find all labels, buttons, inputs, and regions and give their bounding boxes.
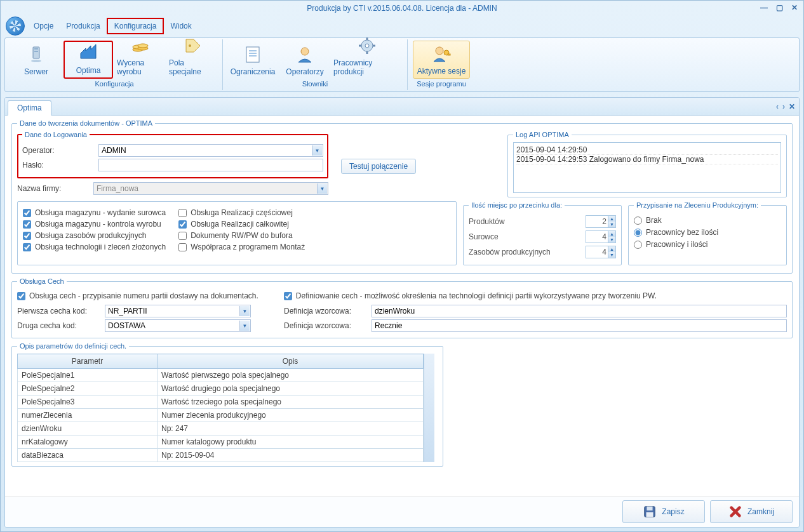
btn-zamknij-label: Zamknij xyxy=(747,507,774,516)
main-window: Produkcja by CTI v.2015.06.04.08. Licenc… xyxy=(0,0,804,532)
combo-pierwsza-cecha[interactable]: ▼ xyxy=(105,305,251,317)
chevron-down-icon[interactable]: ▼ xyxy=(312,145,322,156)
table-row[interactable]: PoleSpecjalne1Wartość pierwszego pola sp… xyxy=(18,369,424,382)
spinner-zasoby[interactable]: 4▲▼ xyxy=(586,246,616,258)
ribbon-wycena-label: Wycena wyrobu xyxy=(117,58,164,76)
table-row[interactable]: PoleSpecjalne2Wartość drugiego pola spec… xyxy=(18,382,424,396)
col-opis[interactable]: Opis xyxy=(157,354,424,369)
svg-rect-2 xyxy=(34,51,38,52)
list-icon xyxy=(243,44,263,65)
txt-def-wzorcowa1[interactable] xyxy=(372,305,787,317)
nazwa-firmy-input[interactable] xyxy=(94,183,328,194)
svg-point-13 xyxy=(301,48,309,55)
minimize-button[interactable]: — xyxy=(759,3,769,12)
tab-next[interactable]: › xyxy=(782,102,785,111)
svg-point-15 xyxy=(365,44,369,48)
svg-rect-1 xyxy=(34,48,38,50)
user-icon xyxy=(295,44,315,65)
svg-point-20 xyxy=(436,47,443,55)
ribbon: Serwer Optima Wycena wyrobu xyxy=(4,37,800,92)
ribbon-wycena[interactable]: Wycena wyrobu xyxy=(116,41,165,79)
menu-opcje[interactable]: Opcje xyxy=(27,19,60,33)
ribbon-group1-label: Konfiguracja xyxy=(95,79,133,89)
fs-cech-legend: Obsługa Cech xyxy=(17,277,67,285)
fs-opis-parametrow: Opis parametrów do definicji cech. Param… xyxy=(11,342,443,467)
combo-operator[interactable]: ▼ xyxy=(98,144,323,157)
ribbon-operatorzy[interactable]: Operatorzy xyxy=(280,41,330,79)
chk-technologie[interactable]: Obsługa technologii i zleceń złożonych xyxy=(23,243,166,251)
btn-testuj-polaczenie[interactable]: Testuj połączenie xyxy=(341,159,416,174)
optima-icon xyxy=(78,43,98,63)
chk-realizacja-calkowita[interactable]: Obsługa Realizacji całkowitej xyxy=(178,220,305,229)
maximize-button[interactable]: ▢ xyxy=(774,3,784,12)
radio-pracownicy-bez[interactable]: Pracownicy bez ilości xyxy=(634,228,781,237)
chk-realizacja-czesciowa[interactable]: Obsługa Realizacji częściowej xyxy=(178,208,305,217)
ribbon-serwer[interactable]: Serwer xyxy=(11,41,61,79)
params-table: Parametr Opis PoleSpecjalne1Wartość pier… xyxy=(17,354,424,462)
fs-opis-legend: Opis parametrów do definicji cech. xyxy=(17,342,129,350)
btn-zapisz[interactable]: Zapisz xyxy=(622,500,705,523)
fs-obsluga: Obsługa magazynu - wydanie surowca Obsłu… xyxy=(17,201,457,265)
col-parametr[interactable]: Parametr xyxy=(18,354,157,369)
table-row[interactable]: numerZleceniaNumer zlecenia produkcyjneg… xyxy=(18,409,424,422)
chevron-down-icon[interactable]: ▼ xyxy=(317,183,327,194)
log-line: 2015-09-04 14:29:53 Zalogowano do firmy … xyxy=(516,155,778,164)
gear-icon xyxy=(357,36,377,56)
fs-obsluga-cech: Obsługa Cech Obsługa cech - przypisanie … xyxy=(11,277,793,338)
lbl-def-wzorcowa2: Definicja wzorcowa: xyxy=(284,321,366,330)
table-row[interactable]: PoleSpecjalne3Wartość trzeciego pola spe… xyxy=(18,396,424,409)
close-button[interactable]: ✕ xyxy=(789,3,800,12)
svg-rect-25 xyxy=(647,512,653,517)
spinner-produkty[interactable]: 2▲▼ xyxy=(586,215,616,228)
chevron-down-icon[interactable]: ▼ xyxy=(239,321,250,331)
combo-druga-cecha[interactable]: ▼ xyxy=(105,319,251,332)
server-icon xyxy=(26,44,46,65)
save-icon xyxy=(643,505,657,519)
ribbon-ograniczenia-label: Ograniczenia xyxy=(231,67,276,76)
menu-widok[interactable]: Widok xyxy=(164,19,198,33)
radio-brak[interactable]: Brak xyxy=(634,216,781,225)
table-row[interactable]: dataBiezacaNp: 2015-09-04 xyxy=(18,449,424,462)
tab-close[interactable]: ✕ xyxy=(789,102,795,111)
chk-zasoby[interactable]: Obsługa zasobów produkcyjnych xyxy=(23,231,166,240)
btn-zamknij[interactable]: Zamknij xyxy=(710,500,793,523)
chk-obsluga-cech[interactable]: Obsługa cech - przypisanie numeru partii… xyxy=(17,291,258,300)
btn-zapisz-label: Zapisz xyxy=(662,507,684,516)
chk-magazyn-kontrola[interactable]: Obsługa magazynu - kontrola wyrobu xyxy=(23,220,166,229)
svg-point-8 xyxy=(189,44,191,47)
table-row[interactable]: dzienWrokuNp: 247 xyxy=(18,422,424,436)
chevron-down-icon[interactable]: ▼ xyxy=(239,306,250,316)
tab-optima[interactable]: Optima xyxy=(8,100,51,116)
ribbon-sesje[interactable]: Aktywne sesje xyxy=(413,41,470,79)
table-row[interactable]: nrKatalogowyNumer katalogowy produktu xyxy=(18,436,424,449)
ribbon-optima[interactable]: Optima xyxy=(64,41,113,79)
scrollbar[interactable] xyxy=(424,354,434,462)
chk-rw-pw-bufor[interactable]: Dokumenty RW/PW do bufora xyxy=(178,231,305,240)
password-field[interactable] xyxy=(98,159,323,171)
operator-input[interactable] xyxy=(99,145,323,156)
password-input[interactable] xyxy=(99,159,323,171)
ribbon-ograniczenia[interactable]: Ograniczenia xyxy=(228,41,278,79)
ribbon-pracownicy[interactable]: Pracownicy produkcji xyxy=(332,41,402,79)
log-content: 2015-09-04 14:29:50 2015-09-04 14:29:53 … xyxy=(513,142,781,193)
app-icon[interactable] xyxy=(3,16,27,36)
ribbon-serwer-label: Serwer xyxy=(24,67,48,76)
tab-prev[interactable]: ‹ xyxy=(776,102,779,111)
fs-login-legend: Dane do Logowania xyxy=(22,131,90,138)
txt-def-wzorcowa2[interactable] xyxy=(372,319,787,332)
coins-icon xyxy=(130,36,151,56)
window-title: Produkcja by CTI v.2015.06.04.08. Licenc… xyxy=(307,4,497,13)
ribbon-pola[interactable]: Pola specjalne xyxy=(168,41,217,79)
menubar: Opcje Produkcja Konfiguracja Widok xyxy=(1,16,803,36)
radio-pracownicy-i[interactable]: Pracownicy i ilości xyxy=(634,240,781,249)
combo-nazwa-firmy[interactable]: ▼ xyxy=(93,182,328,195)
chk-definiowanie-cech[interactable]: Definiowanie cech - możliwość określenia… xyxy=(284,291,657,300)
menu-konfiguracja[interactable]: Konfiguracja xyxy=(107,18,164,34)
spinner-surowce[interactable]: 4▲▼ xyxy=(586,230,616,243)
menu-produkcja[interactable]: Produkcja xyxy=(60,19,106,33)
chk-wspolpraca-montaz[interactable]: Współpraca z programem Montaż xyxy=(178,243,305,251)
chk-magazyn-wydanie[interactable]: Obsługa magazynu - wydanie surowca xyxy=(23,208,166,217)
ribbon-operatorzy-label: Operatorzy xyxy=(286,67,323,76)
lbl-zasoby: Zasobów produkcyjnych xyxy=(469,248,586,256)
lbl-def-wzorcowa1: Definicja wzorcowa: xyxy=(284,307,366,316)
